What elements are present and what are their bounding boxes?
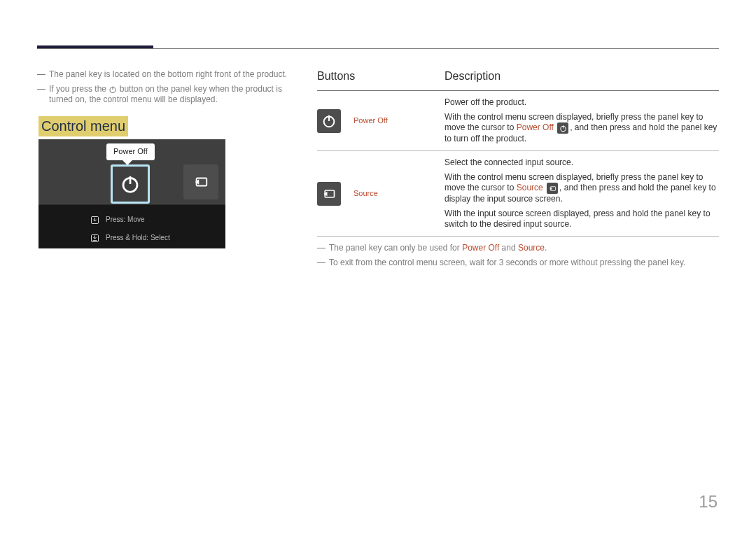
dash-icon: ― [37,84,46,94]
power-icon [321,113,337,129]
desc-line: Power off the product. [444,97,719,108]
note-text: The panel key can only be used for [329,243,462,253]
power-button-icon[interactable] [317,109,341,133]
dash-icon: ― [37,69,46,80]
note-text: The panel key is located on the bottom r… [49,69,287,79]
highlight-power-off: Power Off [462,243,499,253]
highlight-power-off: Power Off [517,122,554,132]
table-row: Source Select the connected input source… [317,151,719,237]
highlight-source: Source [517,183,543,192]
desc-line: With the control menu screen displayed, … [444,172,719,204]
table-header-row: Buttons Description [317,69,719,91]
legend-press-hold-select: Press & Hold: Select [90,233,170,244]
source-icon [322,187,336,201]
buttons-description-table: Buttons Description Power Off Power off … [317,69,719,272]
dash-icon: ― [317,258,326,268]
button-cell-source: Source [317,157,444,230]
note-press-power: ― If you press the button on the panel k… [37,84,300,105]
control-menu-top: Power Off [38,139,225,204]
press-hold-icon [90,233,100,244]
control-menu-illustration: Power Off Press: Move Press & Hold: Sele… [38,139,225,248]
power-icon [557,122,568,134]
control-menu-legend: Press: Move Press & Hold: Select [38,204,225,249]
note-text: and [499,243,518,253]
col-head-description: Description [444,69,719,83]
press-icon [90,215,100,225]
tooltip-power-off: Power Off [106,143,155,160]
dash-icon: ― [317,243,326,253]
legend-text: Press & Hold: Select [106,234,170,243]
note-exit-menu: ― To exit from the control menu screen, … [317,258,719,268]
power-icon [120,174,141,195]
table-row: Power Off Power off the product. With th… [317,91,719,151]
button-cell-power-off: Power Off [317,97,444,144]
source-button-icon[interactable] [317,182,341,206]
notes-left: ― The panel key is located on the bottom… [37,69,300,109]
note-panel-key-location: ― The panel key is located on the bottom… [37,69,300,80]
top-rule [37,48,719,49]
control-menu-power-off-button[interactable] [111,164,150,204]
note-text-a: If you press the [49,84,108,94]
button-label: Source [354,189,378,199]
note-text: . [545,243,547,253]
page: ― The panel key is located on the bottom… [0,0,756,534]
power-icon [108,85,117,94]
description-cell: Power off the product. With the control … [444,97,719,144]
section-title-control-menu: Control menu [38,116,128,136]
desc-line: With the input source screen displayed, … [444,209,719,230]
desc-line: Select the connected input source. [444,157,719,168]
description-cell: Select the connected input source. With … [444,157,719,230]
col-head-buttons: Buttons [317,69,444,83]
note-text: To exit from the control menu screen, wa… [329,258,685,267]
note-panel-key-only: ― The panel key can only be used for Pow… [317,243,719,253]
control-menu-source-button[interactable] [183,164,218,199]
legend-text: Press: Move [106,216,145,225]
desc-line: With the control menu screen displayed, … [444,112,719,144]
source-icon [547,183,558,194]
notes-under-table: ― The panel key can only be used for Pow… [317,243,719,268]
source-icon [193,174,209,190]
page-number: 15 [699,491,718,512]
legend-press-move: Press: Move [90,215,145,225]
button-label: Power Off [354,116,388,126]
highlight-source: Source [518,243,545,253]
